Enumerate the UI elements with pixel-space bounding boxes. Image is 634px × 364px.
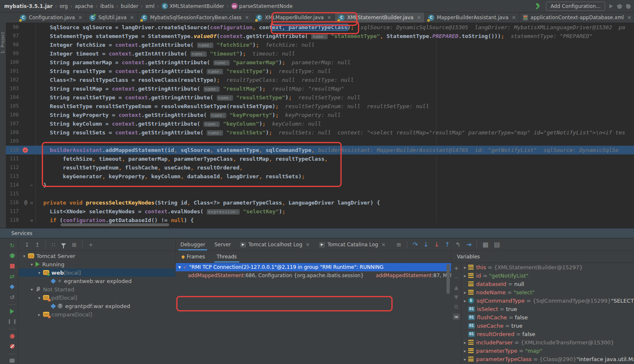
show-watches-icon[interactable]: ∞ [453,313,460,320]
code-line-115[interactable]: 115 [6,190,634,198]
tree-item-pdf[interactable]: ▾pdf [local] [19,293,175,302]
thread-chevron-icon[interactable]: ▾ [178,263,181,271]
force-step-into-icon[interactable]: ↓ [434,241,439,248]
view-breakpoints-icon[interactable] [9,343,15,350]
breadcrumb-item[interactable]: mybatis-3.5.1.jar [4,3,53,9]
tab-close-icon[interactable]: × [627,15,631,20]
code-line-104[interactable]: 104 String resultSetType = context.getSt… [6,93,634,102]
step-out-icon[interactable]: ↑ [445,241,450,248]
variable-chevron-icon[interactable]: ▸ [462,349,468,353]
stack-frame[interactable]: addMappedStatement:87, MybatisConfigurat… [364,273,451,278]
code-line-97[interactable]: 97 StatementType statementType = Stateme… [6,32,634,40]
code-line-118[interactable]: 118⊟ if (configuration.getDatabaseId() !… [6,216,634,225]
step-into-icon[interactable]: ↓ [424,241,429,248]
breakpoint-icon[interactable]: ✓ [23,147,28,153]
tab-close-icon[interactable]: × [78,15,82,20]
restore-layout-icon[interactable]: ▤ [494,241,500,248]
menu-icon[interactable]: ≡ [396,241,401,248]
resume-icon[interactable] [9,308,15,315]
code-line-106[interactable]: 106 String keyProperty = context.getStri… [6,111,634,119]
fold-collapse-icon[interactable]: ⊟ [30,216,33,225]
build-hammer-icon[interactable] [535,3,542,10]
tree-chevron-icon[interactable]: ▸ [36,312,42,317]
stop-icon[interactable] [9,263,15,270]
code-line-102[interactable]: 102 Class<?> resultTypeClass = resolveCl… [6,76,634,84]
code-line-111[interactable]: 111 fetchSize, timeout, parameterMap, pa… [6,154,634,163]
debugger-tab-debugger[interactable]: Debugger [176,239,210,250]
editor-tab[interactable]: CConfiguration.java× [17,13,86,23]
code-line-109[interactable]: 109 [6,137,634,146]
variable-row-includeParser[interactable]: ▸includeParser={XMLIncludeTransformer@15… [462,338,634,346]
code-line-100[interactable]: 100 String parameterMap = context.getStr… [6,58,634,67]
variable-row-parameterTypeClass[interactable]: ▸parameterTypeClass={Class@290} "interfa… [462,355,634,363]
pause-icon[interactable] [9,318,15,325]
layout-settings-icon[interactable]: ▦ [482,241,488,248]
add-configuration-button[interactable]: Add Configuration... [546,2,605,11]
rerun-icon[interactable]: ↻ [9,242,15,249]
remove-watch-icon[interactable]: − [454,275,459,281]
breadcrumb-item[interactable]: mparseStatementNode [231,3,293,9]
stack-frame[interactable]: addMappedStatement:686, Configuration {o… [176,273,364,278]
frames-scrollbar[interactable] [446,264,450,294]
code-line-113[interactable]: 113 keyGenerator, keyProperty, keyColumn… [6,172,634,181]
code-line-110[interactable]: 110✓ builderAssistant.addMappedStatement… [6,146,634,154]
code-line-96[interactable]: 96 SqlSource sqlSource = langDriver.crea… [6,23,634,32]
duplicate-watch-icon[interactable]: ⧉ [454,303,458,310]
variable-chevron-icon[interactable]: ▸ [462,298,468,303]
breadcrumb-item[interactable]: ibatis [100,3,114,9]
tree-chevron-icon[interactable]: ▾ [36,270,42,275]
variable-chevron-icon[interactable]: ▸ [462,340,468,345]
variable-row-databaseId[interactable]: databaseId=null [462,280,634,288]
thread-row[interactable]: ▾✓"RMI TCP Connection(2)-127.0.0.1"@2,11… [176,263,451,271]
tree-item-egrantweb-war-exploded[interactable]: ✳egrantweb:war exploded [19,277,175,285]
debug-rerun-icon[interactable] [9,253,15,259]
variable-chevron-icon[interactable]: ▸ [462,265,468,270]
variable-chevron-icon[interactable]: ▸ [462,273,468,278]
breadcrumb-item[interactable]: builder [121,3,138,9]
variable-row-nodeName[interactable]: ▸nodeName="select" [462,288,634,296]
debug-icon[interactable] [617,4,622,9]
tab-close-icon[interactable]: × [381,242,385,248]
code-editor[interactable]: 96 SqlSource sqlSource = langDriver.crea… [6,23,634,228]
tab-close-icon[interactable]: × [417,15,421,20]
editor-tab[interactable]: CSqlUtil.java× [86,13,138,23]
tab-close-icon[interactable]: × [245,15,249,20]
variable-row-parameterType[interactable]: ▸parameterType="map" [462,346,634,355]
tree-item-not-started[interactable]: ▾Not Started [19,285,175,293]
code-line-98[interactable]: 98 Integer fetchSize = context.getIntAtt… [6,40,634,49]
code-line-116[interactable]: 116@⊟ private void processSelectKeyNodes… [6,198,634,207]
tab-close-icon[interactable]: × [130,15,134,20]
breadcrumb-item[interactable]: org [60,3,68,9]
refresh-icon[interactable]: ↺ [9,294,15,301]
open-in-new-frame-icon[interactable]: ⊞ [72,242,76,248]
variable-row-resultOrdered[interactable]: 01resultOrdered=false [462,330,634,338]
add-service-icon[interactable]: + [89,242,93,248]
move-watch-up-icon[interactable]: ▲ [454,284,459,291]
variable-row-useCache[interactable]: 01useCache=true [462,321,634,330]
code-line-103[interactable]: 103 String resultMap = context.getString… [6,84,634,93]
mute-breakpoints-icon[interactable] [9,333,15,340]
tree-item-web[interactable]: ▾web [local] [19,268,175,277]
breadcrumb-item[interactable]: apache [75,3,93,9]
breadcrumb-item[interactable]: xml [145,3,155,9]
editor-tab[interactable]: applicationContext-appDatabase.xml× [520,13,634,23]
add-watch-icon[interactable]: + [454,265,459,271]
tree-chevron-icon[interactable]: ▾ [36,296,42,300]
tree-item-egrantpdf-war-exploded[interactable]: ?egrantpdf:war exploded [19,302,175,310]
variable-row-flushCache[interactable]: 01flushCache=false [462,313,634,321]
editor-tab[interactable]: CMybatisSqlSessionFactoryBean.class× [138,13,253,23]
variable-chevron-icon[interactable]: ▸ [462,290,468,295]
variable-row-id[interactable]: ▸id="getNotifyList" [462,271,634,280]
variable-row-sqlCommandType[interactable]: ▸EsqlCommandType={SqlCommandType@15299} … [462,296,634,305]
tree-item-compare[interactable]: ▸compare [local] [19,310,175,318]
tab-close-icon[interactable]: × [327,15,331,20]
code-line-117[interactable]: 117 List<XNode> selectKeyNodes = context… [6,207,634,216]
move-watch-down-icon[interactable]: ▼ [454,294,459,300]
tree-chevron-icon[interactable]: ▾ [29,262,35,267]
update-application-icon[interactable]: ⇄ [9,273,15,280]
variable-row-this[interactable]: ▸this={XMLStatementBuilder@15297} [462,263,634,271]
tree-chevron-icon[interactable]: ▾ [29,287,35,292]
screenshot-icon[interactable] [9,358,15,364]
step-over-icon[interactable]: ↷ [413,241,418,248]
services-header[interactable]: Services [0,228,634,238]
